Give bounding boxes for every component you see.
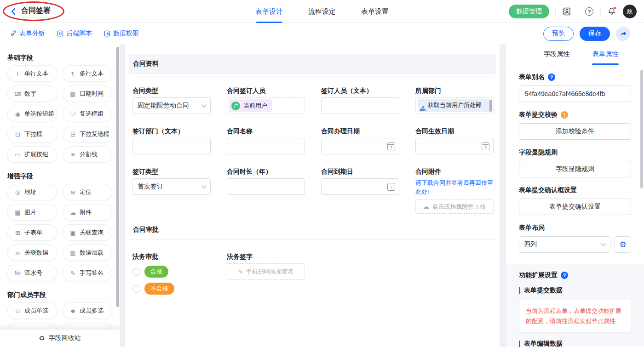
- text-input[interactable]: [321, 97, 399, 114]
- submit-confirm-button[interactable]: 表单提交确认设置: [519, 199, 631, 215]
- help-badge-icon[interactable]: ?: [548, 74, 555, 81]
- layout-select[interactable]: 四列: [519, 236, 610, 253]
- signature-icon: ✎: [69, 270, 76, 277]
- sidebar-field-pill[interactable]: ◉单选按钮组: [7, 106, 57, 122]
- department-box[interactable]: 获取当前用户所处部: [415, 97, 494, 114]
- help-icon[interactable]: [584, 6, 594, 17]
- sidebar-field-pill[interactable]: ☻成员多选: [63, 302, 112, 319]
- divider: [578, 8, 578, 15]
- visibility-rule-button[interactable]: 字段显隐规则: [519, 161, 631, 177]
- layout-settings-button[interactable]: ⚙: [615, 236, 631, 253]
- preview-button[interactable]: 预览: [543, 27, 574, 41]
- extension-settings-section: 功能扩展设置 ? 表单提交数据 当前为流程表单，表单提交功能扩展的配置，请前往流…: [506, 264, 644, 347]
- field-sign-user[interactable]: 合同签订人员 户 当前用户: [227, 74, 305, 114]
- warning-badge-icon[interactable]: !: [561, 111, 568, 119]
- sidebar-field-pill[interactable]: ⊞子表单: [7, 224, 57, 241]
- calendar-icon: 7: [387, 142, 395, 150]
- sidebar-field-pill[interactable]: ◎地址: [7, 184, 57, 200]
- text-input[interactable]: [132, 138, 211, 154]
- group-header-contract-info[interactable]: 合同资料: [129, 54, 496, 74]
- external-link-button[interactable]: 表单外链: [10, 29, 45, 38]
- radio-icon[interactable]: [132, 268, 140, 276]
- group-header-contract-approval[interactable]: 合同审批: [129, 220, 496, 239]
- sidebar-field-pill[interactable]: ≡分割线: [63, 146, 112, 163]
- sign-user-box[interactable]: 户 当前用户: [227, 97, 305, 114]
- field-contract-type[interactable]: 合同类型 固定期限劳动合同: [132, 74, 211, 114]
- notification-bell-icon[interactable]: [607, 6, 617, 17]
- fail-option-pill[interactable]: 不合格: [144, 283, 174, 295]
- help-badge-icon[interactable]: ?: [561, 272, 568, 279]
- sidebar-field-pill[interactable]: 123数字: [7, 85, 57, 102]
- tab-form-setting[interactable]: 表单设置: [361, 0, 389, 23]
- sidebar-field-pill[interactable]: ▭扩展按钮: [7, 146, 57, 163]
- tab-form-design[interactable]: 表单设计: [255, 0, 283, 23]
- sidebar-field-pill[interactable]: ☺成员单选: [7, 302, 57, 319]
- field-attachment[interactable]: 合同附件 请下载合同并签署后再回传至此处! ☁ 点击或拖拽附件上传: [415, 154, 494, 214]
- field-department[interactable]: 所属部门 获取当前用户所处部: [415, 74, 494, 114]
- backend-script-button[interactable]: 后端脚本: [57, 29, 92, 38]
- sidebar-field-pill[interactable]: ▥数据加载: [63, 245, 112, 261]
- sidebar-field-pill[interactable]: ⊡下拉框: [7, 126, 57, 142]
- attachment-upload-area[interactable]: ☁ 点击或拖拽附件上传: [415, 199, 494, 214]
- sidebar-field-pill[interactable]: T单行文本: [7, 65, 57, 82]
- sidebar-scrollbar-thumb[interactable]: [116, 47, 119, 307]
- field-contract-name[interactable]: 合同名称: [227, 114, 305, 154]
- tab-form-properties[interactable]: 表单属性: [592, 44, 618, 64]
- save-button[interactable]: 保存: [580, 27, 610, 41]
- basic-field-grid: T单行文本 ¶多行文本 123数字 ▦日期时间 ◉单选按钮组 ☑复选框组 ⊡下拉…: [7, 65, 112, 163]
- tab-flow-setting[interactable]: 流程设定: [308, 0, 336, 23]
- current-user-chip[interactable]: 户 当前用户: [229, 99, 272, 112]
- field-expire-date[interactable]: 合同到期日 7: [321, 154, 399, 214]
- panel-scrollbar-thumb[interactable]: [640, 70, 643, 188]
- field-effective-date[interactable]: 合同生效日期 7: [415, 114, 494, 154]
- text-input[interactable]: [227, 138, 305, 154]
- sidebar-field-pill[interactable]: №流水号: [7, 265, 57, 281]
- address-icon: ◎: [14, 189, 21, 196]
- panel-tabs: 字段属性 表单属性: [506, 44, 644, 64]
- field-sign-dept-text[interactable]: 签订部门（文本）: [132, 114, 211, 154]
- field-legal-approval[interactable]: 法务审批 合格 不合格: [132, 239, 211, 295]
- pass-option-pill[interactable]: 合格: [144, 266, 168, 278]
- field-duration[interactable]: 合同时长（年）: [227, 154, 305, 214]
- text-input[interactable]: [227, 178, 305, 195]
- radio-icon[interactable]: [132, 285, 140, 293]
- share-button[interactable]: [616, 27, 630, 41]
- department-box-scrollbar[interactable]: [489, 100, 492, 112]
- extend-button-icon: ▭: [14, 151, 21, 158]
- sign-type-select[interactable]: 首次签订: [132, 178, 211, 195]
- address-book-icon[interactable]: [562, 6, 572, 17]
- data-manage-button[interactable]: 数据管理: [509, 5, 549, 18]
- sidebar-field-pill[interactable]: ▣关联查询: [63, 224, 112, 241]
- field-handle-date[interactable]: 合同办理日期 7: [321, 114, 399, 154]
- data-permission-button[interactable]: 数据权限: [104, 29, 139, 38]
- sidebar-field-pill[interactable]: ▦日期时间: [63, 85, 112, 102]
- sidebar-field-pill[interactable]: ☁附件: [63, 204, 112, 221]
- field-sign-user-text[interactable]: 签订人员（文本）: [321, 74, 399, 114]
- signature-box[interactable]: ✎ 手机扫码添加签名: [227, 263, 305, 280]
- department-chip[interactable]: 获取当前用户所处部: [418, 99, 491, 112]
- field-recycle-bin-button[interactable]: ♻ 字段回收站: [0, 330, 120, 347]
- radio-option-pass[interactable]: 合格: [132, 266, 211, 278]
- user-avatar[interactable]: 政: [623, 5, 637, 18]
- sidebar-field-pill[interactable]: ▤图片: [7, 204, 57, 221]
- date-input[interactable]: 7: [321, 178, 399, 195]
- date-input[interactable]: 7: [321, 138, 399, 154]
- sidebar-field-pill[interactable]: ∞关联数据: [7, 245, 57, 261]
- back-icon[interactable]: [10, 8, 17, 15]
- radio-option-fail[interactable]: 不合格: [132, 283, 211, 295]
- form-layout-row: 四列 ⚙: [519, 236, 631, 253]
- sidebar-field-pill[interactable]: ¶多行文本: [63, 65, 112, 82]
- text-icon: T: [14, 70, 21, 77]
- sidebar-field-pill[interactable]: ✎手写签名: [63, 265, 112, 281]
- add-check-condition-button[interactable]: 添加校验条件: [519, 123, 631, 140]
- sidebar-field-pill[interactable]: ☑复选框组: [63, 106, 112, 122]
- form-alias-input[interactable]: 54fa49ea0c7af4665e8de4fb: [519, 85, 631, 102]
- attachment-description-link[interactable]: 请下载合同并签署后再回传至此处!: [415, 178, 494, 197]
- sidebar-field-pill[interactable]: ⊟下拉复选框: [63, 126, 112, 142]
- date-input[interactable]: 7: [415, 138, 494, 154]
- field-sign-type[interactable]: 签订类型 首次签订: [132, 154, 211, 214]
- contract-type-select[interactable]: 固定期限劳动合同: [132, 97, 211, 114]
- tab-field-properties[interactable]: 字段属性: [544, 44, 569, 64]
- sidebar-field-pill[interactable]: ⊕定位: [63, 184, 112, 200]
- field-legal-signature[interactable]: 法务签字 ✎ 手机扫码添加签名: [227, 239, 305, 295]
